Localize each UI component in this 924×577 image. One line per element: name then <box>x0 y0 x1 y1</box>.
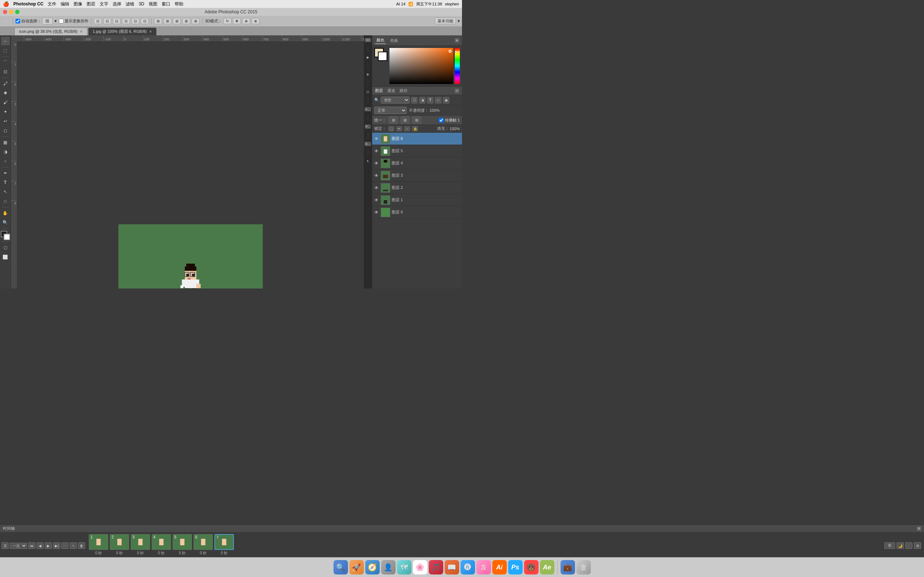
align-left-btn[interactable]: ⊡ <box>94 18 102 24</box>
layer-row-6[interactable]: 👁 图层 6 <box>372 133 462 145</box>
propagate-checkbox[interactable] <box>439 118 444 122</box>
opacity-value[interactable]: 100% <box>430 108 439 113</box>
group-select-dropdown[interactable]: 组 <box>42 18 53 24</box>
layer-row-2[interactable]: 👁 图层 2 <box>372 182 462 194</box>
align-center-btn[interactable]: ⊡ <box>103 18 111 24</box>
brush-tool[interactable]: 🖌 <box>1 98 10 107</box>
align-right-btn[interactable]: ⊡ <box>113 18 121 24</box>
close-button[interactable] <box>3 10 7 14</box>
selection-tool[interactable]: ↔ <box>1 37 10 45</box>
clone-stamp-tool[interactable]: ✦ <box>1 108 10 116</box>
sub-icon-3[interactable]: ⊡ <box>365 89 371 95</box>
lock-transparent-btn[interactable]: ⬚ <box>388 126 394 131</box>
history-brush-tool[interactable]: ↩ <box>1 117 10 126</box>
maximize-button[interactable] <box>15 10 19 14</box>
filter-pixel-btn[interactable]: ☐ <box>411 97 418 103</box>
shape-tool[interactable]: □ <box>1 197 10 206</box>
menu-image[interactable]: 图像 <box>74 1 82 7</box>
menu-file[interactable]: 文件 <box>48 1 56 7</box>
layer-3-visibility[interactable]: 👁 <box>373 173 380 179</box>
layer-row-5[interactable]: 👁 图层 5 <box>372 145 462 157</box>
blend-mode-select[interactable]: 正常 溶解 正片叠底 <box>374 107 407 114</box>
align-middle-btn[interactable]: ⊡ <box>131 18 139 24</box>
move-tool-icon[interactable]: ↔ <box>2 17 10 26</box>
layer-row-3[interactable]: 👁 图层 3 <box>372 169 462 182</box>
background-color[interactable] <box>3 234 10 240</box>
swatches-tab[interactable]: 色板 <box>389 37 399 44</box>
crop-tool[interactable]: ⊡ <box>1 68 10 76</box>
text-tool[interactable]: T <box>1 178 10 187</box>
color-panel-collapse[interactable]: ▼ <box>455 38 459 43</box>
filter-adjustment-btn[interactable]: ◑ <box>419 97 426 103</box>
filter-text-btn[interactable]: T <box>427 97 433 103</box>
layer-6-visibility[interactable]: 👁 <box>373 136 380 142</box>
workspace-dropdown-arrow[interactable]: ▼ <box>457 19 460 23</box>
lasso-tool[interactable]: ⌒ <box>1 58 10 67</box>
layer-row-1[interactable]: 👁 图层 1 <box>372 194 462 206</box>
tab-1jpg[interactable]: 1.jpg @ 100% (图层 6, RGB/8) ✕ <box>88 27 157 35</box>
path-select-tool[interactable]: ↖ <box>1 187 10 196</box>
menu-layer[interactable]: 图层 <box>87 1 95 7</box>
eraser-tool[interactable]: ◻ <box>1 126 10 135</box>
lock-all-btn[interactable]: 🔒 <box>412 126 418 131</box>
menu-filter[interactable]: 滤镜 <box>126 1 134 7</box>
filter-shape-btn[interactable]: □ <box>435 97 441 103</box>
background-color-swatch[interactable] <box>378 52 387 61</box>
color-tab[interactable]: 颜色 <box>375 37 386 44</box>
menu-3d[interactable]: 3D <box>139 2 144 6</box>
distribute-h-btn[interactable]: ⊞ <box>154 18 162 24</box>
layer-2-visibility[interactable]: 👁 <box>373 185 380 191</box>
d-sub-icon[interactable]: D... <box>365 141 371 147</box>
eyedropper-tool[interactable]: 🖍 <box>1 79 10 88</box>
group-dropdown-arrow[interactable]: ▼ <box>54 19 57 23</box>
layer-5-visibility[interactable]: 👁 <box>373 148 380 154</box>
minimize-button[interactable] <box>9 10 13 14</box>
layer-0-visibility[interactable]: 👁 <box>373 210 380 215</box>
menu-select[interactable]: 选择 <box>113 1 121 7</box>
gradient-tool[interactable]: ▦ <box>1 138 10 147</box>
3d-pan-btn[interactable]: ✥ <box>233 18 241 24</box>
spot-heal-tool[interactable]: ✱ <box>1 89 10 97</box>
pen-tool[interactable]: ✒ <box>1 169 10 177</box>
unify-position-btn[interactable]: ⊞ <box>389 116 398 124</box>
unify-style-btn[interactable]: ⊞ <box>401 116 409 124</box>
menu-help[interactable]: 帮助 <box>175 1 183 7</box>
3d-sub-icon[interactable]: 3D <box>365 37 371 43</box>
hand-tool[interactable]: ✋ <box>1 209 10 218</box>
tab-1jpg-close[interactable]: ✕ <box>149 29 152 34</box>
fill-value[interactable]: 100% <box>450 127 460 131</box>
menu-text[interactable]: 文字 <box>100 1 108 7</box>
menu-edit[interactable]: 编辑 <box>61 1 69 7</box>
distribute-3-btn[interactable]: ⊞ <box>173 18 181 24</box>
workspace-dropdown[interactable]: 基本功能 <box>435 18 456 24</box>
para-sub-icon[interactable]: ¶ <box>365 158 371 164</box>
layer-row-0[interactable]: 👁 图层 0 <box>372 206 462 219</box>
sub-icon-1[interactable]: ▶ <box>365 54 371 61</box>
align-top-btn[interactable]: ⊡ <box>122 18 130 24</box>
ai-sub-icon[interactable]: A... <box>365 106 371 113</box>
lock-paint-btn[interactable]: ✏ <box>396 126 402 131</box>
distribute-4-btn[interactable]: ⊞ <box>182 18 190 24</box>
p-sub-icon[interactable]: P... <box>365 123 371 130</box>
menu-view[interactable]: 视图 <box>149 1 157 7</box>
align-bottom-btn[interactable]: ⊡ <box>141 18 149 24</box>
tab-icon-png-close[interactable]: ✕ <box>80 29 82 34</box>
3d-zoom-btn[interactable]: ⊕ <box>242 18 250 24</box>
layers-panel-collapse[interactable]: ≡ <box>455 89 459 93</box>
3d-extra-btn[interactable]: ⊗ <box>252 18 260 24</box>
marquee-tool[interactable]: ⬚ <box>1 46 10 55</box>
dodge-tool[interactable]: ○ <box>1 157 10 166</box>
channels-tab[interactable]: 通道 <box>387 88 395 93</box>
unify-visibility-btn[interactable]: ⊞ <box>412 116 421 124</box>
show-transform-checkbox[interactable] <box>59 19 63 23</box>
layer-1-visibility[interactable]: 👁 <box>373 197 380 203</box>
app-name-menu[interactable]: Photoshop CC <box>13 2 43 6</box>
layer-type-filter[interactable]: 类型 名称 效果 <box>381 97 410 103</box>
distribute-v-btn[interactable]: ⊞ <box>163 18 171 24</box>
sub-icon-2[interactable]: ✥ <box>365 71 371 78</box>
quick-mask-tool[interactable]: ⬡ <box>1 243 10 252</box>
paths-tab[interactable]: 路径 <box>399 88 407 93</box>
color-hue-bar[interactable] <box>455 48 460 84</box>
lock-position-btn[interactable]: ↔ <box>404 126 410 131</box>
menu-window[interactable]: 窗口 <box>162 1 170 7</box>
